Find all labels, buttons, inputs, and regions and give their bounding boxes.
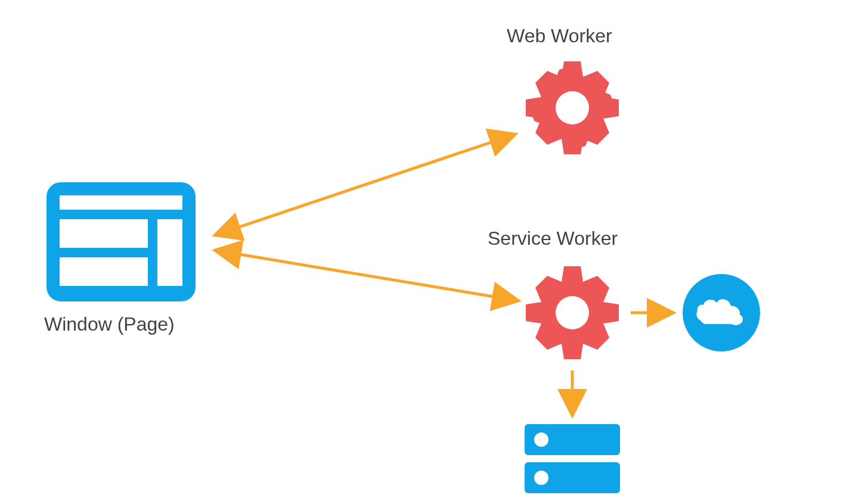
svg-point-16 (534, 471, 548, 485)
service-worker-gear-icon (522, 262, 623, 366)
web-worker-label: Web Worker (507, 25, 612, 47)
service-worker-label: Service Worker (488, 228, 618, 250)
web-worker-gear-icon (522, 57, 623, 161)
server-stack-icon (525, 424, 620, 497)
arrow-window-serviceworker (215, 250, 519, 301)
window-label: Window (Page) (44, 313, 175, 335)
svg-point-5 (556, 91, 589, 125)
svg-rect-12 (703, 317, 738, 324)
arrow-window-webworker (215, 134, 516, 235)
cloud-icon (683, 274, 760, 354)
svg-rect-1 (60, 195, 182, 210)
browser-window-icon (46, 182, 196, 304)
svg-point-6 (556, 296, 589, 329)
svg-rect-2 (60, 219, 148, 248)
svg-rect-4 (157, 219, 182, 286)
svg-rect-3 (60, 257, 148, 286)
svg-point-14 (534, 432, 548, 447)
